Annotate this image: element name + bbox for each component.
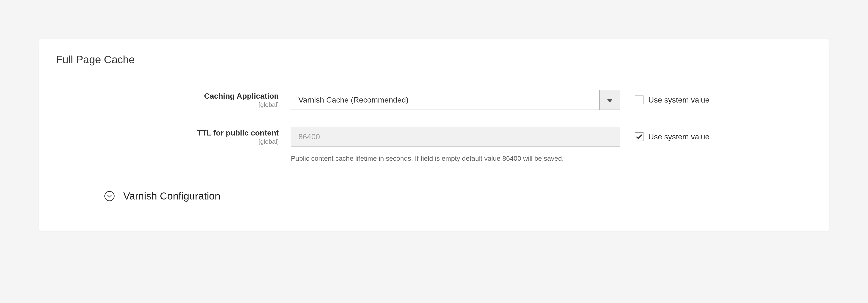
sys-col-caching-application: Use system value [620,90,710,110]
row-ttl-public: TTL for public content [global] Public c… [56,127,812,164]
label-col-ttl-public: TTL for public content [global] [56,127,291,145]
panel-title: Full Page Cache [56,54,812,66]
varnish-configuration-toggle[interactable]: Varnish Configuration [104,190,812,202]
control-col-ttl-public: Public content cache lifetime in seconds… [291,127,620,164]
scope-caching-application: [global] [56,101,279,109]
svg-marker-0 [607,99,613,103]
chevron-down-circle-icon [104,191,115,201]
caching-application-select[interactable]: Varnish Cache (Recommended) [291,90,620,110]
chevron-down-icon [607,95,613,105]
label-caching-application: Caching Application [56,91,279,101]
varnish-configuration-title: Varnish Configuration [123,190,220,202]
use-system-checkbox-ttl-public[interactable] [635,132,644,141]
use-system-checkbox-caching-application[interactable] [635,95,644,104]
use-system-label-ttl-public: Use system value [648,132,710,141]
row-caching-application: Caching Application [global] Varnish Cac… [56,90,812,110]
scope-ttl-public: [global] [56,138,279,145]
label-ttl-public: TTL for public content [56,128,279,137]
full-page-cache-panel: Full Page Cache Caching Application [glo… [39,39,829,231]
caching-application-select-value: Varnish Cache (Recommended) [291,90,599,110]
control-col-caching-application: Varnish Cache (Recommended) [291,90,620,110]
ttl-public-help: Public content cache lifetime in seconds… [291,154,620,164]
checkmark-icon [636,134,642,139]
sys-col-ttl-public: Use system value [620,127,710,147]
label-col-caching-application: Caching Application [global] [56,90,291,109]
ttl-public-input[interactable] [291,127,620,147]
use-system-label-caching-application: Use system value [648,95,710,105]
caching-application-select-toggle[interactable] [599,90,620,110]
